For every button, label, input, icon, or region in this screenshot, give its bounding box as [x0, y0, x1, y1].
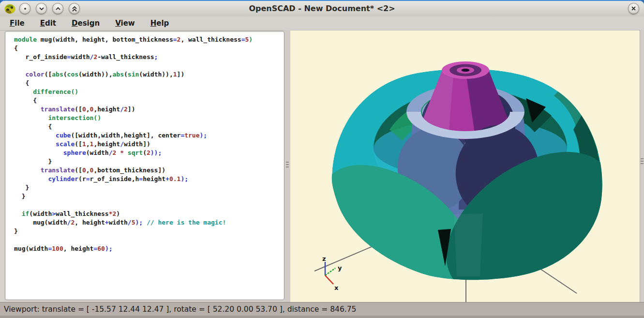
menu-help[interactable]: Help — [145, 17, 175, 29]
viewport-status-text: Viewport: translate = [ -15.57 12.44 12.… — [0, 303, 644, 316]
code-line — [14, 61, 281, 70]
chevron-down-icon — [39, 6, 45, 12]
code-line: module mug(width, height, bottom_thickne… — [14, 35, 281, 44]
code-line: { — [14, 122, 281, 131]
menu-edit[interactable]: Edit — [34, 17, 62, 29]
code-editor[interactable]: module mug(width, height, bottom_thickne… — [5, 31, 285, 300]
right-edge-splitter[interactable] — [640, 30, 644, 302]
code-line: { — [14, 96, 281, 105]
window-dot-button[interactable] — [19, 3, 30, 14]
code-line: if(width>wall_thickness*2) — [14, 210, 281, 218]
code-line: mug(width/2, height+width/5); // here is… — [14, 218, 281, 227]
menu-bar: File Edit Design View Help — [0, 16, 644, 30]
window-title: OpenSCAD - New Document* <2> — [0, 1, 644, 16]
code-line: } — [14, 192, 281, 201]
close-button[interactable] — [628, 3, 639, 14]
viewport-3d[interactable]: z y x — [290, 30, 640, 302]
code-line — [14, 201, 281, 210]
splitter-grip-icon — [641, 158, 644, 165]
title-bar[interactable]: OpenSCAD - New Document* <2> — [0, 1, 644, 16]
code-line: mug(width=100, height=60); — [14, 244, 281, 253]
close-icon — [631, 6, 636, 11]
menu-file[interactable]: File — [4, 17, 30, 29]
openscad-window: OpenSCAD - New Document* <2> File Edit D… — [0, 0, 644, 318]
window-keep-above-button[interactable] — [69, 3, 80, 14]
code-line: { — [14, 79, 281, 88]
openscad-logo[interactable] — [4, 3, 16, 15]
code-area: module mug(width, height, bottom_thickne… — [14, 35, 281, 253]
code-line: translate([0,0,height/2]) — [14, 105, 281, 114]
code-line: color([abs(cos(width)),abs(sin(width)),1… — [14, 70, 281, 79]
double-chevron-up-icon — [72, 5, 77, 12]
code-line: { — [14, 44, 281, 53]
axis-label-x: x — [334, 284, 339, 291]
axis-label-y: y — [338, 264, 342, 272]
code-line: r_of_inside=width/2-wall_thickness; — [14, 53, 281, 61]
axis-label-z: z — [322, 255, 326, 262]
code-line: cube([width,width,height], center=true); — [14, 131, 281, 140]
code-line: } — [14, 183, 281, 192]
status-bar: Viewport: translate = [ -15.57 12.44 12.… — [0, 302, 644, 318]
code-line: } — [14, 227, 281, 236]
window-roll-down-button[interactable] — [36, 3, 47, 14]
code-line — [14, 236, 281, 244]
code-line: translate([0,0,bottom_thickness]) — [14, 166, 281, 175]
code-line: cylinder(r=r_of_inside,h=height+0.1); — [14, 175, 281, 183]
menu-design[interactable]: Design — [66, 17, 105, 29]
code-line: sphere(width/2 * sqrt(2)); — [14, 149, 281, 157]
code-line: } — [14, 157, 281, 166]
code-line: difference() — [14, 88, 281, 96]
panel-splitter[interactable] — [285, 30, 290, 302]
code-line: scale([1,1,height/width]) — [14, 140, 281, 149]
code-line: intersection() — [14, 114, 281, 122]
splitter-grip-icon — [286, 162, 289, 168]
menu-view[interactable]: View — [109, 17, 141, 29]
render-scene: z y x — [290, 30, 640, 303]
window-roll-up-button[interactable] — [52, 3, 63, 14]
chevron-up-icon — [55, 6, 61, 12]
dot-icon — [23, 6, 28, 11]
